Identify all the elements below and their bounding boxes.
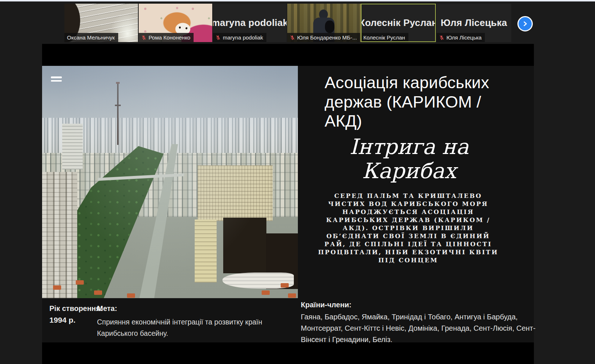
next-participants-button[interactable]	[517, 16, 533, 31]
mic-muted-icon	[290, 35, 295, 40]
mic-muted-icon	[439, 35, 444, 40]
year-label: Рік створення:	[49, 304, 102, 313]
participant-name: Рома Кононенко	[149, 34, 190, 41]
chevron-right-icon	[521, 20, 529, 27]
participant-name: maryna podoliak	[223, 34, 263, 41]
slide-title: Асоціація карибських держав (КАРИКОМ / А…	[325, 73, 510, 131]
slide-year-block: Рік створення: 1994 р.	[49, 304, 102, 324]
goal-label: Мета:	[97, 304, 266, 313]
city-aerial-photo	[42, 66, 298, 298]
photo-haze-overlay	[42, 66, 298, 298]
participant-tile-oksana[interactable]: Оксана Мельничук	[64, 4, 138, 42]
participant-nametag: Юля Бондаренко МБ-...	[287, 33, 360, 42]
members-label: Країни-члени:	[301, 301, 539, 309]
slide-paragraph: СЕРЕД ПАЛЬМ ТА КРИШТАЛЕВО ЧИСТИХ ВОД КАР…	[316, 192, 501, 264]
participant-nametag: maryna podoliak	[213, 33, 266, 42]
slide-members-block: Країни-члени: Гаяна, Барбадос, Ямайка, Т…	[301, 301, 539, 345]
goal-text: Сприяння економічній інтеграції та розви…	[97, 316, 266, 339]
mic-muted-icon	[216, 35, 221, 40]
meeting-window: Оксана Мельничук Рома Кононенко maryna p…	[0, 0, 595, 364]
mic-muted-icon	[141, 35, 146, 40]
participant-nametag: Колеснік Руслан	[361, 33, 408, 42]
participant-tile-roma[interactable]: Рома Кононенко	[139, 4, 212, 42]
participant-nametag: Юля Лісецька	[437, 33, 485, 42]
participant-name: Юля Бондаренко МБ-...	[297, 34, 357, 41]
participant-nametag: Оксана Мельничук	[64, 33, 118, 42]
participant-tile-yulia-bondarenko[interactable]: Юля Бондаренко МБ-...	[287, 4, 361, 42]
participant-nametag: Рома Кононенко	[139, 33, 194, 42]
participant-name: Колеснік Руслан	[363, 34, 405, 41]
participant-tile-maryna[interactable]: maryna podoliak maryna podoliak	[213, 4, 287, 42]
shared-screen-region: Асоціація карибських держав (КАРИКОМ / А…	[42, 44, 534, 364]
slide-decorative-heading: Інтрига на Карибах	[299, 135, 519, 183]
participant-name: Оксана Мельничук	[67, 34, 115, 41]
participant-tile-kolesnik-active-speaker[interactable]: Колеснік Руслан Колеснік Руслан	[361, 4, 436, 42]
year-value: 1994 р.	[49, 316, 102, 324]
members-text: Гаяна, Барбадос, Ямайка, Тринідад і Тоба…	[301, 311, 539, 345]
participant-name: Юля Лісецька	[446, 34, 482, 41]
menu-icon[interactable]	[51, 76, 62, 82]
black-cat	[325, 20, 334, 33]
slide-goal-block: Мета: Сприяння економічній інтеграції та…	[97, 304, 266, 339]
window-top-edge	[0, 0, 595, 1]
presentation-slide: Асоціація карибських держав (КАРИКОМ / А…	[42, 66, 534, 342]
participant-tile-yulia-lisetska[interactable]: Юля Лісецька Юля Лісецька	[437, 4, 511, 42]
